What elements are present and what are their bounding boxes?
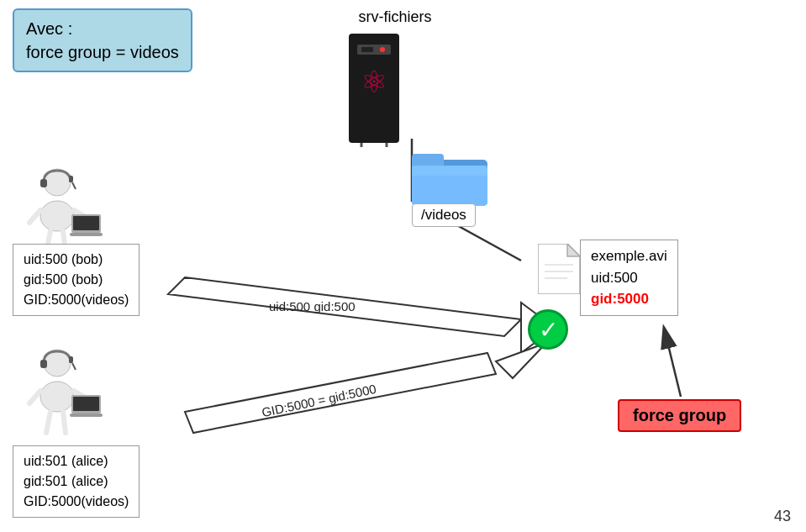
- svg-line-48: [63, 412, 66, 433]
- alice-arrow-label: GID:5000 = gid:5000: [261, 382, 377, 419]
- svg-marker-21: [567, 244, 580, 256]
- file-icon: [538, 244, 580, 298]
- bob-info-box: uid:500 (bob) gid:500 (bob) GID:5000(vid…: [13, 244, 140, 316]
- info-line2: force group = videos: [26, 43, 179, 61]
- svg-rect-19: [412, 166, 487, 176]
- file-uid: uid:500: [591, 267, 667, 289]
- svg-rect-46: [70, 413, 103, 417]
- svg-line-28: [72, 182, 76, 189]
- info-line1: Avec :: [26, 19, 72, 38]
- svg-rect-26: [40, 179, 47, 187]
- svg-rect-11: [361, 47, 373, 52]
- alice-info-box: uid:501 (alice) gid:501 (alice) GID:5000…: [13, 445, 140, 518]
- info-box: Avec : force group = videos: [13, 8, 192, 72]
- alice-uid: uid:501 (alice): [24, 451, 129, 471]
- alice-gid: gid:501 (alice): [24, 471, 129, 492]
- bob-uid: uid:500 (bob): [24, 250, 129, 270]
- bob-arrow-label: uid:500 gid:500: [269, 299, 356, 313]
- svg-rect-33: [73, 216, 99, 230]
- svg-line-30: [29, 210, 40, 223]
- svg-line-8: [664, 328, 681, 397]
- svg-line-47: [46, 412, 50, 433]
- force-group-box: force group: [618, 399, 741, 432]
- svg-marker-7: [496, 343, 546, 378]
- svg-rect-45: [73, 397, 99, 411]
- svg-rect-39: [69, 356, 73, 363]
- server-label: srv-fichiers: [328, 8, 462, 26]
- svg-line-40: [72, 363, 76, 370]
- svg-point-41: [40, 382, 74, 412]
- alice-GID: GID:5000(videos): [24, 492, 129, 512]
- svg-rect-27: [69, 176, 73, 182]
- alice-icon: [25, 345, 109, 440]
- file-gid: gid:5000: [591, 288, 667, 310]
- svg-rect-38: [40, 360, 47, 368]
- bob-gid: gid:500 (bob): [24, 270, 129, 290]
- bob-GID: GID:5000(videos): [24, 290, 129, 310]
- check-icon: ✓: [539, 316, 558, 344]
- svg-line-42: [29, 391, 40, 403]
- videos-label: /videos: [412, 203, 476, 227]
- file-info-box: exemple.avi uid:500 gid:5000: [580, 240, 678, 316]
- svg-text:⚛: ⚛: [361, 65, 387, 99]
- check-circle: ✓: [528, 309, 568, 350]
- page-number: 43: [774, 508, 791, 525]
- svg-point-12: [380, 47, 385, 52]
- svg-point-29: [40, 201, 74, 231]
- file-name: exemple.avi: [591, 245, 667, 267]
- server-icon: ⚛: [336, 29, 412, 150]
- svg-rect-34: [70, 233, 103, 236]
